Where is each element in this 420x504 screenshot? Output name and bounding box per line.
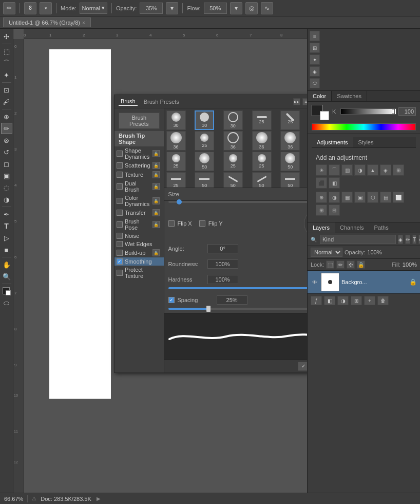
- tab-color[interactable]: Color: [308, 91, 332, 101]
- crop-tool[interactable]: ⊡: [1, 84, 12, 96]
- path-tool[interactable]: ▷: [1, 232, 12, 244]
- opacity-input[interactable]: [140, 3, 163, 14]
- layers-filter-btn2[interactable]: ✏: [405, 235, 410, 244]
- check-smoothing[interactable]: ✓: [117, 258, 123, 265]
- tab-layers[interactable]: Layers: [308, 222, 335, 233]
- check-wet-edges[interactable]: [117, 241, 123, 247]
- close-tab-icon[interactable]: ×: [82, 20, 85, 26]
- option-smoothing[interactable]: ✓ Smoothing: [114, 257, 164, 266]
- flip-x-checkbox[interactable]: [168, 220, 175, 227]
- lock-brush-icon[interactable]: ✏: [336, 260, 345, 269]
- fg-bg-box[interactable]: [312, 105, 329, 120]
- check-texture[interactable]: [117, 172, 123, 178]
- add-adjustment-btn[interactable]: ◑: [337, 296, 349, 305]
- lasso-tool[interactable]: ⌒: [1, 58, 12, 69]
- flow-input[interactable]: [204, 3, 227, 14]
- angle-value[interactable]: 0°: [207, 244, 238, 253]
- document-tab[interactable]: Untitled-1 @ 66.7% (Gray/8) ×: [3, 17, 91, 27]
- lock-all-icon[interactable]: 🔒: [357, 260, 365, 269]
- dialog-menu-icon[interactable]: ≡: [302, 98, 307, 105]
- adj-photo-icon[interactable]: ◧: [329, 177, 340, 189]
- adj-pattern-icon[interactable]: ⊞: [316, 204, 327, 216]
- hardness-slider[interactable]: [168, 287, 307, 289]
- history-tool[interactable]: ↺: [1, 146, 12, 158]
- brush-tool[interactable]: ✏: [1, 123, 12, 134]
- hardness-value[interactable]: 100%: [207, 275, 238, 284]
- k-value-input[interactable]: [398, 107, 416, 116]
- option-shape-dynamics[interactable]: Shape Dynamics 🔒: [114, 146, 164, 161]
- opacity-arrow[interactable]: ▾: [166, 2, 178, 14]
- adj-selective-icon[interactable]: ⬡: [367, 192, 378, 203]
- adj-levels-icon[interactable]: ▥: [341, 164, 353, 176]
- move-tool[interactable]: ✣: [1, 31, 12, 42]
- quick-select-tool[interactable]: ✦: [1, 69, 12, 81]
- adj-inverse-icon[interactable]: ◑: [329, 192, 340, 203]
- preset-cell-20[interactable]: 50: [195, 172, 214, 188]
- option-texture[interactable]: Texture 🔒: [114, 170, 164, 179]
- brush-tool-icon[interactable]: ✏: [3, 2, 15, 14]
- fg-bg-colors[interactable]: [1, 286, 12, 297]
- option-transfer[interactable]: Transfer 🔒: [114, 208, 164, 217]
- check-shape-dynamics[interactable]: [117, 151, 123, 157]
- hand-tool[interactable]: ✋: [1, 259, 12, 270]
- eraser-tool[interactable]: ◻: [1, 158, 12, 170]
- brush-presets-button[interactable]: Brush Presets: [119, 113, 160, 129]
- preset-cell-22[interactable]: 50: [252, 172, 272, 188]
- adj-hsl-icon[interactable]: ◈: [380, 164, 391, 176]
- option-protect-texture[interactable]: Protect Texture: [114, 266, 164, 280]
- option-dual-brush[interactable]: Dual Brush 🔒: [114, 179, 164, 194]
- gradient-tool[interactable]: ▣: [1, 170, 12, 181]
- roundness-value[interactable]: 100%: [207, 259, 238, 269]
- preset-cell-13[interactable]: 25: [166, 152, 186, 171]
- pen-tool[interactable]: ✒: [1, 209, 12, 220]
- healing-tool[interactable]: ⊕: [1, 111, 12, 122]
- quickmask-tool[interactable]: ⬭: [1, 297, 12, 309]
- adj-grid-icon[interactable]: ⊟: [329, 204, 340, 216]
- option-brush-pose[interactable]: Brush Pose 🔒: [114, 217, 164, 232]
- zoom-tool[interactable]: 🔍: [1, 271, 12, 282]
- panel-icon-1[interactable]: ≡: [310, 31, 320, 41]
- panel-icon-4[interactable]: ◈: [310, 66, 320, 77]
- preset-cell-21[interactable]: 50: [223, 172, 243, 188]
- tab-styles[interactable]: Styles: [353, 137, 379, 147]
- dialog-expand-icon[interactable]: ▸▸: [293, 98, 300, 105]
- panel-icon-3[interactable]: ✦: [310, 54, 320, 65]
- delete-layer-btn[interactable]: 🗑: [377, 296, 389, 305]
- check-brush-pose[interactable]: [117, 221, 123, 228]
- adj-curves-icon[interactable]: ⌒: [329, 164, 340, 176]
- layers-filter-btn1[interactable]: ◈: [398, 235, 403, 244]
- size-slider[interactable]: [168, 201, 307, 203]
- eyedropper-tool[interactable]: 🖋: [1, 96, 12, 107]
- panel-icon-2[interactable]: ⊞: [310, 43, 320, 53]
- option-scattering[interactable]: Scattering 🔒: [114, 161, 164, 170]
- adj-solid-icon[interactable]: ⬜: [393, 192, 404, 203]
- add-layer-btn[interactable]: +: [364, 296, 375, 305]
- color-spectrum-bar[interactable]: [312, 123, 416, 130]
- tab-channels[interactable]: Channels: [335, 222, 369, 233]
- mode-dropdown[interactable]: Normal ▾: [80, 3, 107, 14]
- layers-filter-btn3[interactable]: T: [412, 235, 416, 244]
- check-scattering[interactable]: [117, 162, 123, 169]
- brush-preset-grid[interactable]: 30 30 30: [164, 108, 307, 188]
- preset-cell-9[interactable]: 36: [223, 131, 243, 151]
- layers-kind-filter[interactable]: [320, 235, 396, 244]
- preset-cell-11[interactable]: 36: [280, 131, 300, 151]
- option-buildup[interactable]: Build-up 🔒: [114, 248, 164, 257]
- brush-tip-shape-header[interactable]: Brush Tip Shape: [114, 131, 164, 146]
- tab-adjustments[interactable]: Adjustments: [312, 137, 353, 147]
- canvas-content[interactable]: Brush Brush Presets ▸▸ ≡ Brush Presets B…: [24, 39, 307, 493]
- smooth-icon[interactable]: ∿: [261, 2, 273, 14]
- tab-brush-presets-header[interactable]: Brush Presets: [142, 98, 181, 106]
- adj-threshold-icon[interactable]: ▣: [354, 192, 366, 203]
- preset-cell-10[interactable]: 36: [252, 131, 272, 151]
- layers-blend-mode[interactable]: Normal: [311, 248, 342, 257]
- check-buildup[interactable]: [117, 250, 123, 256]
- spacing-slider[interactable]: [168, 308, 307, 310]
- adj-brightness-icon[interactable]: ☀: [316, 164, 327, 176]
- lock-pixel-icon[interactable]: ⬚: [326, 260, 334, 269]
- marquee-tool[interactable]: ⬚: [1, 46, 12, 57]
- preset-cell-4[interactable]: 25: [252, 110, 272, 130]
- preset-cell-5[interactable]: 25: [280, 110, 300, 130]
- preset-cell-3[interactable]: 30: [223, 110, 243, 130]
- airbrush-icon[interactable]: ◎: [245, 2, 258, 14]
